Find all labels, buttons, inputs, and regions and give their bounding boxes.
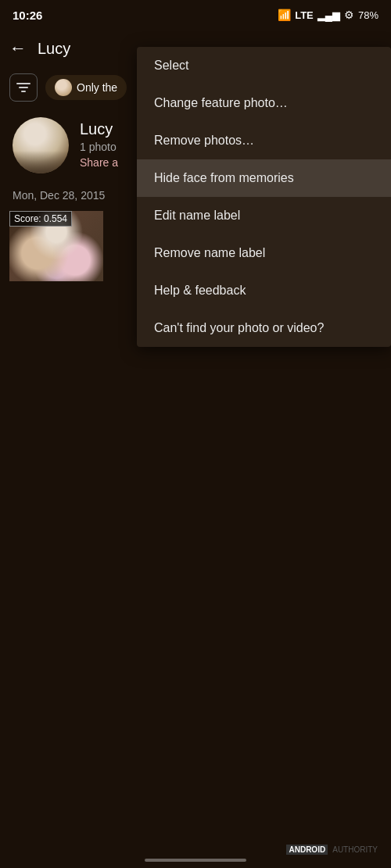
- back-button[interactable]: ←: [9, 40, 27, 57]
- menu-item-cant-find-label: Can't find your photo or video?: [154, 321, 324, 335]
- menu-item-remove-photos-label: Remove photos…: [154, 134, 254, 148]
- watermark-suffix: AUTHORITY: [330, 845, 380, 855]
- filter-chip-label: Only the: [77, 81, 117, 94]
- menu-item-select[interactable]: Select: [137, 47, 391, 84]
- nfc-icon: 📶: [278, 9, 291, 21]
- filter-icon-button[interactable]: [9, 73, 38, 102]
- settings-icon: ⚙: [344, 9, 354, 21]
- menu-item-select-label: Select: [154, 59, 188, 73]
- menu-item-remove-photos[interactable]: Remove photos…: [137, 122, 391, 159]
- menu-item-hide-face[interactable]: Hide face from memories: [137, 159, 391, 197]
- date-label: Mon, Dec 28, 2015: [13, 189, 105, 202]
- photo-score: Score: 0.554: [9, 211, 72, 227]
- filter-avatar: [55, 79, 72, 96]
- avatar-decoration: [13, 151, 69, 173]
- status-icons: 📶 LTE ▂▄▆ ⚙ 78%: [278, 9, 378, 21]
- profile-avatar: [13, 117, 69, 173]
- filter-icon: [16, 82, 30, 93]
- home-indicator: [145, 859, 246, 862]
- menu-item-remove-name-label-text: Remove name label: [154, 246, 265, 260]
- dropdown-menu: Select Change feature photo… Remove phot…: [137, 47, 391, 347]
- page-title: Lucy: [38, 40, 70, 58]
- status-bar: 10:26 📶 LTE ▂▄▆ ⚙ 78%: [0, 0, 391, 28]
- photo-item[interactable]: Score: 0.554: [9, 211, 103, 281]
- battery-level: 78%: [358, 9, 378, 21]
- menu-item-edit-name-label-text: Edit name label: [154, 209, 240, 223]
- signal-icon: ▂▄▆: [317, 9, 340, 21]
- menu-item-cant-find[interactable]: Can't find your photo or video?: [137, 309, 391, 347]
- page-wrapper: 10:26 📶 LTE ▂▄▆ ⚙ 78% ← Lucy Onl: [0, 0, 391, 868]
- menu-item-edit-name-label[interactable]: Edit name label: [137, 197, 391, 234]
- watermark-brand: ANDROID: [286, 845, 328, 855]
- svg-rect-0: [16, 83, 30, 84]
- status-time: 10:26: [13, 9, 42, 22]
- menu-item-hide-face-label: Hide face from memories: [154, 171, 294, 185]
- svg-rect-1: [19, 87, 28, 88]
- menu-item-help-feedback[interactable]: Help & feedback: [137, 272, 391, 309]
- svg-rect-2: [21, 91, 26, 92]
- filter-avatar-image: [55, 79, 72, 96]
- filter-chip[interactable]: Only the: [45, 75, 127, 100]
- menu-item-help-feedback-label: Help & feedback: [154, 284, 246, 298]
- avatar-image: [13, 117, 69, 173]
- watermark: ANDROID AUTHORITY: [286, 845, 380, 854]
- menu-item-remove-name-label[interactable]: Remove name label: [137, 234, 391, 272]
- lte-label: LTE: [295, 9, 314, 21]
- menu-item-change-feature-photo-label: Change feature photo…: [154, 96, 288, 110]
- menu-item-change-feature-photo[interactable]: Change feature photo…: [137, 84, 391, 122]
